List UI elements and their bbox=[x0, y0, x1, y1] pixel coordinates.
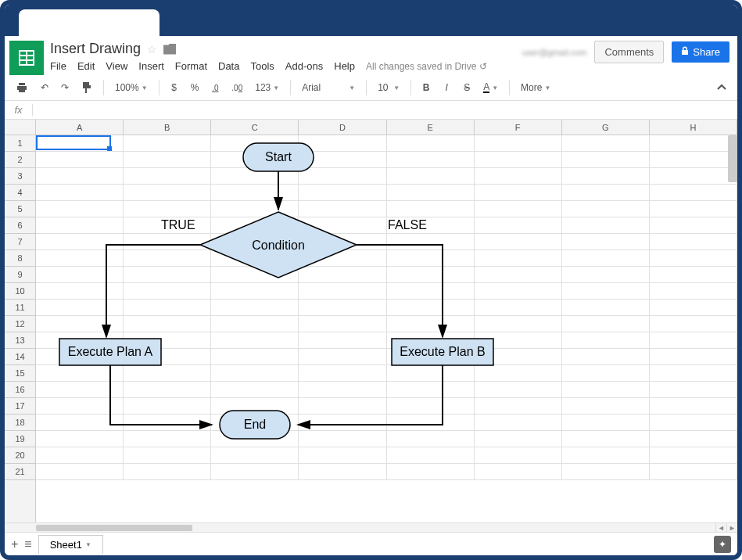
col-header[interactable]: D bbox=[299, 120, 386, 135]
add-sheet-icon[interactable]: + bbox=[11, 537, 18, 551]
font-size-dropdown[interactable]: 10▼ bbox=[373, 79, 404, 96]
strikethrough-button[interactable]: S bbox=[458, 78, 475, 97]
sheet-tab-menu-icon[interactable]: ▼ bbox=[85, 541, 91, 548]
italic-button[interactable]: I bbox=[438, 78, 455, 97]
share-button[interactable]: Share bbox=[672, 41, 729, 63]
sheets-logo[interactable] bbox=[9, 41, 44, 75]
currency-format[interactable]: $ bbox=[166, 78, 183, 97]
row-header[interactable]: 10 bbox=[5, 283, 35, 300]
col-header[interactable]: G bbox=[562, 120, 650, 135]
num-format-value: 123 bbox=[255, 82, 271, 93]
col-header[interactable]: F bbox=[475, 120, 562, 135]
history-icon[interactable]: ↺ bbox=[479, 61, 487, 72]
col-header[interactable]: H bbox=[650, 120, 737, 135]
menu-data[interactable]: Data bbox=[218, 60, 239, 72]
star-icon[interactable]: ☆ bbox=[147, 43, 157, 56]
print-icon[interactable] bbox=[11, 78, 33, 97]
col-header[interactable]: B bbox=[124, 120, 211, 135]
sheet-tab[interactable]: Sheet1 ▼ bbox=[38, 535, 103, 554]
decrease-decimal[interactable]: .0 bbox=[206, 78, 224, 97]
scroll-left-icon[interactable]: ◄ bbox=[715, 523, 726, 533]
column-headers: A B C D E F G H bbox=[5, 120, 737, 135]
menu-help[interactable]: Help bbox=[334, 60, 355, 72]
scroll-right-icon[interactable]: ► bbox=[726, 523, 737, 533]
paint-format-icon[interactable] bbox=[77, 78, 97, 97]
all-sheets-icon[interactable]: ≡ bbox=[24, 537, 31, 551]
spreadsheet-grid[interactable]: A B C D E F G H 1 2 3 4 5 6 7 8 bbox=[5, 120, 737, 522]
number-format-dropdown[interactable]: 123▼ bbox=[250, 79, 284, 96]
row-header[interactable]: 15 bbox=[5, 365, 35, 382]
row-header[interactable]: 11 bbox=[5, 300, 35, 316]
row-header[interactable]: 2 bbox=[5, 152, 35, 168]
row-header[interactable]: 4 bbox=[5, 185, 35, 201]
menu-tools[interactable]: Tools bbox=[250, 60, 274, 72]
row-header[interactable]: 12 bbox=[5, 316, 35, 332]
increase-decimal[interactable]: .00 bbox=[227, 78, 247, 97]
row-header[interactable]: 19 bbox=[5, 431, 35, 447]
text-color-dropdown[interactable]: A▼ bbox=[479, 80, 503, 96]
row-header[interactable]: 20 bbox=[5, 447, 35, 464]
collapse-toolbar-icon[interactable] bbox=[712, 78, 731, 97]
toolbar: ↶ ↷ 100%▼ $ % .0 .00 123▼ Arial▼ 10▼ B I… bbox=[5, 75, 737, 101]
more-dropdown[interactable]: More▼ bbox=[516, 79, 555, 96]
comments-button[interactable]: Comments bbox=[594, 41, 664, 63]
menu-format[interactable]: Format bbox=[175, 60, 207, 72]
row-header[interactable]: 18 bbox=[5, 415, 35, 431]
zoom-value: 100% bbox=[115, 82, 139, 93]
row-headers: 1 2 3 4 5 6 7 8 9 10 11 12 13 14 15 16 1 bbox=[5, 135, 36, 522]
folder-icon[interactable] bbox=[163, 44, 176, 55]
row-header[interactable]: 5 bbox=[5, 201, 35, 217]
row-header[interactable]: 9 bbox=[5, 267, 35, 283]
row-header[interactable]: 13 bbox=[5, 332, 35, 349]
sheet-bar: + ≡ Sheet1 ▼ ✦ bbox=[5, 532, 737, 555]
menu-view[interactable]: View bbox=[106, 60, 127, 72]
menu-insert[interactable]: Insert bbox=[138, 60, 164, 72]
text-color-icon: A bbox=[483, 83, 489, 93]
fx-label: fx bbox=[5, 104, 33, 116]
hscroll-thumb[interactable] bbox=[36, 525, 192, 531]
doc-title[interactable]: Insert Drawing bbox=[50, 41, 141, 57]
font-dropdown[interactable]: Arial▼ bbox=[297, 79, 360, 96]
bold-button[interactable]: B bbox=[418, 78, 435, 97]
menu-file[interactable]: File bbox=[50, 60, 66, 72]
menubar: File Edit View Insert Format Data Tools … bbox=[50, 60, 522, 72]
select-all-corner[interactable] bbox=[5, 120, 36, 135]
row-header[interactable]: 14 bbox=[5, 349, 35, 365]
horizontal-scrollbar[interactable]: ◄ ► bbox=[5, 522, 737, 532]
menu-edit[interactable]: Edit bbox=[77, 60, 95, 72]
lock-icon bbox=[681, 46, 689, 58]
row-header[interactable]: 16 bbox=[5, 382, 35, 398]
account-email[interactable]: user@gmail.com bbox=[522, 48, 587, 57]
col-header[interactable]: C bbox=[211, 120, 299, 135]
undo-icon[interactable]: ↶ bbox=[36, 78, 53, 97]
browser-tab[interactable] bbox=[19, 9, 160, 36]
zoom-dropdown[interactable]: 100%▼ bbox=[110, 79, 152, 96]
row-header[interactable]: 21 bbox=[5, 464, 35, 480]
row-header[interactable]: 1 bbox=[5, 135, 35, 152]
share-label: Share bbox=[693, 46, 720, 58]
row-header[interactable]: 17 bbox=[5, 398, 35, 415]
col-header[interactable]: A bbox=[36, 120, 124, 135]
vertical-scrollbar[interactable] bbox=[728, 135, 737, 182]
explore-button[interactable]: ✦ bbox=[714, 536, 731, 553]
more-label: More bbox=[521, 82, 542, 93]
menu-addons[interactable]: Add-ons bbox=[285, 60, 323, 72]
row-header[interactable]: 7 bbox=[5, 234, 35, 250]
redo-icon[interactable]: ↷ bbox=[56, 78, 73, 97]
formula-bar: fx bbox=[5, 101, 737, 120]
browser-tab-bar bbox=[5, 5, 737, 36]
row-header[interactable]: 6 bbox=[5, 217, 35, 234]
percent-format[interactable]: % bbox=[186, 78, 204, 97]
col-header[interactable]: E bbox=[387, 120, 475, 135]
save-status-text: All changes saved in Drive bbox=[366, 61, 476, 72]
row-header[interactable]: 3 bbox=[5, 168, 35, 185]
font-value: Arial bbox=[302, 82, 321, 93]
font-size-value: 10 bbox=[378, 82, 388, 93]
row-header[interactable]: 8 bbox=[5, 250, 35, 267]
sheet-tab-label: Sheet1 bbox=[50, 539, 82, 551]
save-status: All changes saved in Drive ↺ bbox=[366, 61, 487, 72]
app-header: Insert Drawing ☆ File Edit View Insert F… bbox=[5, 36, 737, 75]
cells-area[interactable] bbox=[36, 135, 737, 522]
